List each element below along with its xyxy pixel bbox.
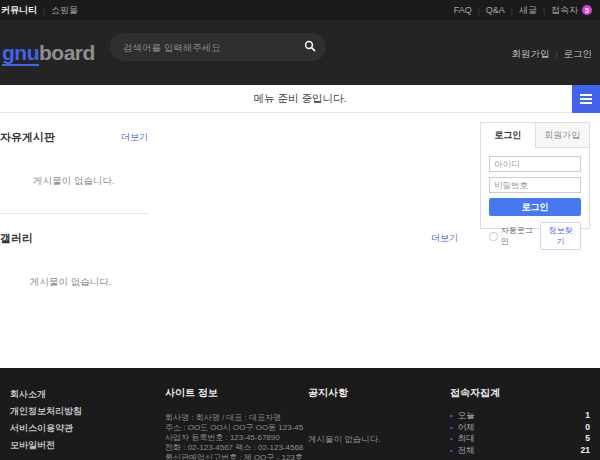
site-info-line: 전화 : 02-123-4567 팩스 : 02-123-4568 — [165, 443, 330, 453]
login-box: 로그인 회원가입 로그인 자동로그인 정보찾기 — [480, 122, 590, 229]
separator: | — [43, 6, 45, 15]
footer-link-terms[interactable]: 서비스이용약관 — [10, 420, 82, 437]
stat-value: 5 — [585, 433, 590, 445]
site-info-line: 주소 : OO도 OO시 OO구 OO동 123-45 — [165, 423, 330, 433]
menu-toggle-button[interactable] — [572, 85, 600, 113]
top-utility-bar: 커뮤니티 | 쇼핑몰 FAQ | Q&A | 새글 | 접속자 5 — [0, 0, 600, 20]
logo-text-gnu: gnu — [2, 41, 39, 66]
stat-label: 어제 — [458, 422, 585, 434]
logo-text-board: board — [39, 41, 95, 64]
search-bar — [110, 33, 326, 61]
bullet-icon: • — [450, 410, 453, 422]
gallery-more-link[interactable]: 더보기 — [431, 232, 458, 245]
nav-qna-link[interactable]: Q&A — [486, 5, 505, 15]
notice-empty-text: 게시물이 없습니다. — [308, 434, 428, 446]
free-board-title: 자유게시판 — [0, 130, 55, 145]
bullet-icon: • — [450, 422, 453, 434]
footer-visitor-stats: 접속자집계 • 오늘 1 • 어제 0 • 최대 5 • — [450, 386, 590, 456]
stat-value: 21 — [581, 445, 590, 457]
checkbox-icon — [489, 232, 498, 241]
gallery-header: 갤러리 더보기 — [0, 231, 458, 246]
free-board-more-link[interactable]: 더보기 — [121, 131, 148, 144]
section-divider — [0, 213, 148, 214]
bullet-icon: • — [450, 445, 453, 457]
site-header: gnuboard 회원가입 | 로그인 — [0, 20, 600, 85]
stat-label: 오늘 — [458, 410, 585, 422]
menu-empty-notice: 메뉴 준비 중입니다. — [0, 85, 600, 113]
login-id-input[interactable] — [489, 156, 581, 172]
free-board-section: 자유게시판 더보기 게시물이 없습니다. — [0, 130, 148, 188]
footer-link-mobile[interactable]: 모바일버전 — [10, 437, 82, 454]
login-link[interactable]: 로그인 — [564, 48, 593, 61]
stat-row-yesterday: • 어제 0 — [450, 422, 590, 434]
gallery-title: 갤러리 — [0, 231, 33, 246]
login-submit-button[interactable]: 로그인 — [489, 198, 581, 216]
search-button[interactable] — [304, 40, 316, 55]
footer: 회사소개 개인정보처리방침 서비스이용약관 모바일버전 사이트 정보 회사명 :… — [0, 368, 600, 460]
site-info-lines: 회사명 : 회사명 / 대표 : 대표자명 주소 : OO도 OO시 OO구 O… — [165, 413, 330, 460]
search-input[interactable] — [123, 42, 304, 53]
topbar-right-nav: FAQ | Q&A | 새글 | 접속자 5 — [454, 0, 600, 20]
nav-visitors-link[interactable]: 접속자 — [551, 4, 578, 17]
nav-shop-link[interactable]: 쇼핑몰 — [51, 4, 78, 17]
gallery-empty-text: 게시물이 없습니다. — [30, 276, 111, 289]
stats-list: • 오늘 1 • 어제 0 • 최대 5 • 전체 21 — [450, 410, 590, 456]
stat-row-total: • 전체 21 — [450, 445, 590, 457]
search-icon — [304, 40, 316, 55]
hamburger-icon — [580, 94, 592, 104]
separator: | — [478, 6, 480, 15]
nav-new-posts-link[interactable]: 새글 — [519, 4, 537, 17]
footer-link-company[interactable]: 회사소개 — [10, 386, 82, 403]
login-tabs: 로그인 회원가입 — [481, 123, 589, 148]
stats-title: 접속자집계 — [450, 386, 590, 400]
stat-label: 전체 — [458, 445, 581, 457]
stat-row-today: • 오늘 1 — [450, 410, 590, 422]
footer-links: 회사소개 개인정보처리방침 서비스이용약관 모바일버전 — [10, 386, 82, 454]
auto-login-label: 자동로그인 — [501, 225, 540, 247]
separator: | — [511, 6, 513, 15]
visitor-count-badge: 5 — [582, 5, 592, 15]
site-info-line: 회사명 : 회사명 / 대표 : 대표자명 — [165, 413, 330, 423]
topbar-left-nav: 커뮤니티 | 쇼핑몰 — [0, 0, 78, 20]
separator: | — [555, 50, 557, 59]
gallery-section: 갤러리 더보기 — [0, 231, 458, 246]
stat-row-max: • 최대 5 — [450, 433, 590, 445]
stat-label: 최대 — [458, 433, 585, 445]
bullet-icon: • — [450, 433, 453, 445]
stat-value: 0 — [585, 422, 590, 434]
footer-site-info: 사이트 정보 회사명 : 회사명 / 대표 : 대표자명 주소 : OO도 OO… — [165, 386, 330, 460]
tab-signup[interactable]: 회원가입 — [536, 123, 590, 148]
free-board-header: 자유게시판 더보기 — [0, 130, 148, 145]
free-board-empty-text: 게시물이 없습니다. — [0, 175, 148, 188]
footer-link-privacy[interactable]: 개인정보처리방침 — [10, 403, 82, 420]
menu-bar: 메뉴 준비 중입니다. — [0, 85, 600, 113]
site-info-line: 사업자 등록번호 : 123-45-67890 — [165, 433, 330, 443]
site-info-line: 통신판매업신고번호 : 제 OO구 - 123호 — [165, 453, 330, 460]
stat-value: 1 — [585, 410, 590, 422]
site-info-title: 사이트 정보 — [165, 386, 330, 400]
signup-link[interactable]: 회원가입 — [511, 48, 549, 61]
nav-community-link[interactable]: 커뮤니티 — [1, 4, 37, 17]
login-extra-row: 자동로그인 정보찾기 — [489, 222, 581, 250]
nav-faq-link[interactable]: FAQ — [454, 5, 472, 15]
login-password-input[interactable] — [489, 177, 581, 193]
find-info-button[interactable]: 정보찾기 — [540, 222, 581, 250]
auto-login-checkbox[interactable]: 자동로그인 — [489, 225, 540, 247]
login-form: 로그인 자동로그인 정보찾기 — [481, 148, 589, 256]
site-logo[interactable]: gnuboard — [2, 41, 95, 65]
separator: | — [543, 6, 545, 15]
footer-notice: 공지사항 게시물이 없습니다. — [308, 386, 428, 446]
notice-title: 공지사항 — [308, 386, 428, 400]
member-links: 회원가입 | 로그인 — [511, 48, 592, 61]
tab-login[interactable]: 로그인 — [481, 123, 536, 148]
page: 커뮤니티 | 쇼핑몰 FAQ | Q&A | 새글 | 접속자 5 gnuboa… — [0, 0, 600, 460]
